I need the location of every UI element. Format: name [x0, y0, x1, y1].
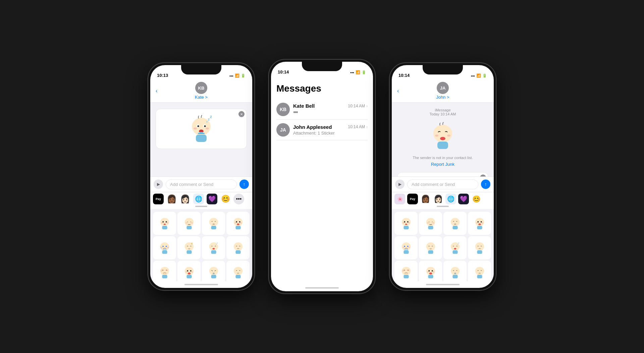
svg-point-30 [239, 221, 240, 222]
more-icon-left[interactable]: ••• [233, 194, 244, 204]
svg-point-82 [402, 222, 404, 223]
sticker-cell-8[interactable] [226, 236, 250, 259]
sticker-r-5[interactable] [394, 236, 418, 259]
svg-rect-89 [428, 226, 433, 229]
battery-icon-right: 🔋 [482, 73, 487, 78]
svg-rect-21 [162, 226, 167, 229]
memoji2-icon-left[interactable]: 👩🏻 [180, 194, 191, 204]
contact-name-right[interactable]: John > [436, 95, 449, 100]
sticker-cell-4[interactable] [226, 212, 250, 235]
avatar-left[interactable]: KB [195, 82, 207, 94]
svg-rect-34 [235, 226, 240, 229]
sticker-r-2[interactable] [419, 212, 442, 235]
sticker-r-3[interactable] [443, 212, 467, 235]
sticker-r-8[interactable] [468, 236, 491, 259]
svg-rect-110 [452, 250, 458, 254]
comment-input-left[interactable]: Add comment or Send [166, 180, 237, 189]
svg-point-20 [163, 223, 166, 225]
sticker-cell-1[interactable] [153, 212, 176, 235]
svg-point-4 [204, 125, 206, 127]
sticker-r-12[interactable] [468, 261, 491, 282]
globe-icon-right[interactable]: 🌐 [445, 194, 456, 204]
emoji-icon-left[interactable]: 😊 [220, 194, 231, 204]
avatar-right[interactable]: JA [437, 82, 449, 94]
svg-rect-107 [428, 250, 433, 254]
sticker-cell-3[interactable] [202, 212, 225, 235]
svg-point-33 [237, 223, 239, 225]
sticker-r-11[interactable] [443, 261, 467, 282]
svg-rect-40 [163, 249, 166, 250]
applepay-icon-right[interactable]: Pay [407, 194, 418, 204]
sticker-close-left[interactable]: ✕ [238, 111, 245, 117]
sticker-r-6[interactable] [419, 236, 442, 259]
back-button-left[interactable]: ‹ [156, 88, 157, 94]
svg-point-128 [475, 267, 484, 275]
comment-input-right[interactable]: Add comment or Send [407, 180, 478, 189]
message-meta-kate: 10:14 AM › [348, 104, 368, 108]
sticker-cell-5[interactable] [153, 236, 176, 259]
svg-point-120 [431, 270, 433, 271]
svg-point-123 [429, 272, 432, 274]
expand-button-left[interactable]: ▶ [154, 180, 163, 189]
svg-point-119 [428, 270, 430, 271]
nav-bar-right: ‹ JA John > [392, 80, 494, 103]
heart-icon-left[interactable]: 💜 [207, 194, 217, 204]
report-junk-button[interactable]: Report Junk [397, 162, 488, 167]
svg-point-50 [233, 242, 243, 251]
send-button-left[interactable]: ↑ [239, 180, 249, 189]
photos-icon-right[interactable]: 🌸 [394, 194, 405, 204]
conversation-kate[interactable]: KB Kate Bell 10:14 AM › ••• [276, 99, 368, 120]
svg-point-60 [187, 272, 191, 274]
signal-icon: ▪▪▪ [229, 74, 233, 78]
svg-text:z: z [217, 242, 218, 244]
left-phone: 10:13 ▪▪▪ 📶 🔋 ‹ KB Kate > ✕ [148, 62, 255, 291]
svg-rect-41 [162, 250, 167, 254]
sticker-cell-12[interactable] [226, 261, 250, 282]
message-preview-kate: ••• [293, 109, 298, 115]
svg-point-81 [407, 221, 408, 222]
sticker-cell-6[interactable]: 💡 [177, 236, 201, 259]
sticker-cell-9[interactable] [153, 261, 176, 282]
svg-rect-104 [404, 249, 408, 250]
svg-point-38 [161, 247, 163, 248]
sticker-cell-11[interactable] [202, 261, 225, 282]
sticker-cell-2[interactable] [177, 212, 201, 235]
conversation-john[interactable]: JA John Appleseed 10:14 AM › Attachment:… [276, 120, 368, 140]
svg-point-31 [234, 222, 236, 223]
sticker-cell-7[interactable]: zz [202, 236, 225, 259]
memoji1-icon-right[interactable]: 👩🏾 [420, 194, 431, 204]
globe-icon-left[interactable]: 🌐 [193, 194, 204, 204]
input-area-right: ▶ Add comment or Send ↑ [392, 176, 494, 192]
heart-icon-right[interactable]: 💜 [458, 194, 469, 204]
contact-name-left[interactable]: Kate > [195, 95, 208, 100]
sticker-preview-right: ✕ [397, 172, 488, 176]
expand-button-right[interactable]: ▶ [395, 180, 405, 189]
home-indicator-center [271, 285, 373, 291]
back-button-right[interactable]: ‹ [397, 88, 399, 94]
sticker-grid-right: zz [392, 209, 494, 282]
memoji2-icon-right[interactable]: 👩🏻 [433, 194, 443, 204]
svg-point-90 [450, 218, 460, 226]
not-in-contacts-label: The sender is not in your contact list. [397, 156, 488, 160]
send-button-right[interactable]: ↑ [481, 180, 490, 189]
emoji-icon-right[interactable]: 😊 [471, 194, 482, 204]
sticker-r-9[interactable] [394, 261, 418, 282]
memoji1-icon-left[interactable]: 👩🏾 [166, 194, 177, 204]
sticker-cell-10[interactable] [177, 261, 201, 282]
sticker-r-7[interactable]: zz [443, 236, 467, 259]
time-left: 10:13 [157, 73, 168, 78]
svg-point-103 [408, 247, 410, 248]
svg-rect-66 [211, 275, 216, 278]
app-tray-left: Pay 👩🏾 👩🏻 🌐 💜 😊 ••• [150, 192, 252, 209]
svg-rect-10 [198, 133, 205, 134]
applepay-icon-left[interactable]: Pay [153, 194, 164, 204]
svg-rect-91 [452, 226, 458, 229]
sticker-r-4[interactable] [468, 212, 491, 235]
svg-rect-65 [213, 273, 214, 274]
sticker-r-1[interactable] [394, 212, 418, 235]
center-phone: 10:14 ▪▪▪ 📶 🔋 Messages KB Kate Bell 10 [268, 59, 376, 294]
notch-right [423, 65, 463, 74]
sticker-close-right[interactable]: ✕ [480, 174, 486, 176]
sticker-r-10[interactable] [419, 261, 442, 282]
svg-text:z: z [458, 242, 459, 244]
